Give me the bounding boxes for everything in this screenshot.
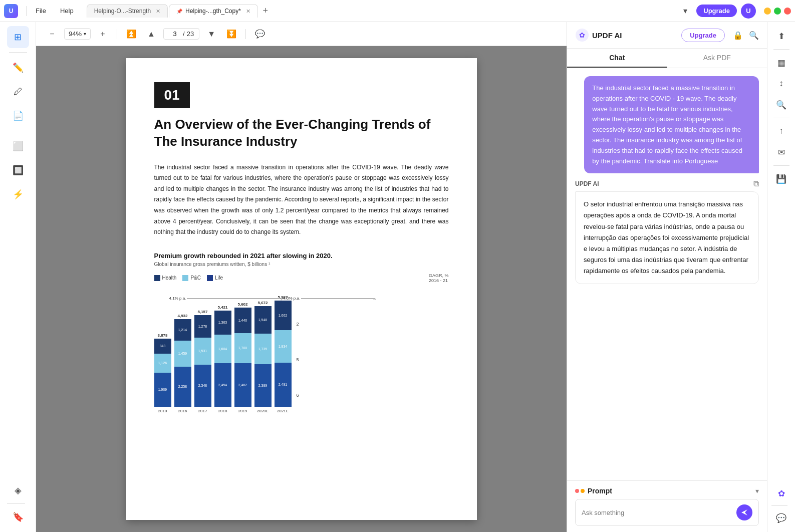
prompt-input[interactable] <box>582 509 732 516</box>
bar-2021e-label: 2021E <box>277 409 289 413</box>
copy-icon[interactable]: ⧉ <box>753 179 759 188</box>
fr-recognize-icon[interactable]: 🔍 <box>771 95 791 115</box>
upgrade-button-title[interactable]: Upgrade <box>696 5 737 17</box>
zoom-in-button[interactable]: + <box>95 26 111 42</box>
zoom-out-button[interactable]: − <box>44 26 60 42</box>
next-page-button[interactable]: ▼ <box>203 26 219 42</box>
main-area: ⊞ ✏️ 🖊 📄 ⬜ 🔲 ⚡ ◈ 🔖 − 94% ▾ + ⏫ ▲ <box>0 22 795 532</box>
legend-pc: P&C <box>182 275 201 281</box>
legend-health-label: Health <box>162 275 177 281</box>
tab-1-close[interactable]: ✕ <box>156 8 160 15</box>
minimize-button[interactable] <box>764 8 771 15</box>
tab-ask-pdf[interactable]: Ask PDF <box>667 49 767 68</box>
fr-upgrade-icon[interactable]: ⬆ <box>771 26 791 46</box>
bar-2016-health: 1,214 <box>174 319 191 341</box>
toolbar-ai-icon[interactable]: ⚡ <box>7 183 29 205</box>
zoom-display[interactable]: 94% ▾ <box>64 28 91 40</box>
gagr-val-1: 2 <box>297 322 299 327</box>
fr-sep-2 <box>773 118 789 118</box>
fr-ai-icon[interactable]: ✿ <box>771 483 791 503</box>
bar-2018: 5,421 1,363 1,604 2,454 2018 <box>214 305 231 413</box>
tab-chat[interactable]: Chat <box>567 49 667 68</box>
gagr-val-2: 5 <box>297 357 299 362</box>
toolbar-bookmark-icon[interactable]: 🔖 <box>7 506 29 528</box>
fr-share-icon[interactable]: ↑ <box>771 121 791 141</box>
lock-icon[interactable]: 🔒 <box>733 31 743 40</box>
dot-red <box>575 489 579 493</box>
first-page-button[interactable]: ⏫ <box>123 26 139 42</box>
tab-2-close[interactable]: ✕ <box>246 8 250 15</box>
toolbar-sep-2 <box>9 131 27 131</box>
bar-2019-total: 5,602 <box>237 302 247 307</box>
bar-2018-total: 5,421 <box>217 305 227 310</box>
prompt-label-area: Prompt <box>575 487 612 495</box>
title-right: ▾ Upgrade U <box>678 4 756 19</box>
gagr-val-3: 6 <box>297 393 299 398</box>
fr-chat-icon[interactable]: 💬 <box>771 508 791 528</box>
tab-1[interactable]: Helping-O...-Strength ✕ <box>87 4 168 18</box>
legend-health-box <box>154 275 160 281</box>
bar-2017-stack: 1,278 1,531 2,348 <box>194 315 211 407</box>
maximize-button[interactable] <box>774 8 781 15</box>
toolbar-pages-icon[interactable]: 📄 <box>7 105 29 127</box>
win-controls <box>764 8 791 15</box>
toolbar-edit-icon[interactable]: ✏️ <box>7 57 29 79</box>
bar-2018-life: 2,454 <box>214 363 231 407</box>
bar-2016-life: 2,258 <box>174 367 191 407</box>
bar-2021e-pc: 1,834 <box>275 330 292 363</box>
legend-pc-box <box>182 275 188 281</box>
toolbar-layers-icon[interactable]: ◈ <box>7 479 29 501</box>
prompt-chevron-icon[interactable]: ▾ <box>755 487 759 495</box>
chat-messages[interactable]: The industrial sector faced a massive tr… <box>567 68 767 480</box>
pdf-content[interactable]: 01 An Overview of the Ever-Changing Tren… <box>36 46 567 532</box>
dot-orange <box>581 489 585 493</box>
toolbar-extract-icon[interactable]: 🔲 <box>7 159 29 181</box>
article-title: An Overview of the Ever-Changing Trends … <box>154 116 449 150</box>
upgrade-button[interactable]: Upgrade <box>681 29 725 42</box>
fr-ocr-icon[interactable]: ▦ <box>771 53 791 73</box>
page-display: / 23 <box>163 28 199 40</box>
prompt-area: Prompt ▾ <box>567 480 767 532</box>
bar-2017: 5,157 1,278 1,531 2,348 2017 <box>194 310 211 413</box>
tab-add[interactable]: + <box>259 5 272 18</box>
legend-life-label: Life <box>215 275 223 281</box>
bar-2016-total: 4,932 <box>177 314 187 318</box>
search-icon[interactable]: 🔍 <box>749 31 759 40</box>
ai-message-1: O setor industrial enfrentou uma transiç… <box>575 191 759 284</box>
bar-2019-pc: 1,700 <box>234 333 251 363</box>
page-input[interactable] <box>169 30 181 38</box>
titlebar-sep <box>26 6 27 16</box>
fr-convert-icon[interactable]: ↕ <box>771 74 791 94</box>
fr-mail-icon[interactable]: ✉ <box>771 142 791 162</box>
toolbar-scan-icon[interactable]: ⬜ <box>7 135 29 157</box>
gagr-column: 2 5 6 <box>297 307 299 413</box>
fr-save-icon[interactable]: 💾 <box>771 169 791 189</box>
bar-2021e-life: 2,491 <box>275 363 292 407</box>
toolbar-annotate-icon[interactable]: 🖊 <box>7 81 29 103</box>
bar-2020e-stack: 1,548 1,735 2,389 <box>254 306 272 407</box>
bar-2017-health: 1,278 <box>194 315 211 338</box>
updf-logo-icon: U <box>4 4 18 18</box>
prompt-input-area <box>575 499 759 526</box>
menu-file[interactable]: File <box>31 5 51 17</box>
tab-2[interactable]: 📌 Helping-...gth_Copy* ✕ <box>169 4 258 18</box>
last-page-button[interactable]: ⏬ <box>223 26 239 42</box>
close-button[interactable] <box>784 8 791 15</box>
bar-2010-stack: 843 1,126 1,909 <box>154 339 171 407</box>
prev-page-button[interactable]: ▲ <box>143 26 159 42</box>
ai-panel-header: ✿ UPDF AI Upgrade 🔒 🔍 <box>567 22 767 49</box>
svg-text:✿: ✿ <box>579 31 585 39</box>
toolbar-sep-1 <box>9 52 27 53</box>
fr-sep-1 <box>773 49 789 50</box>
send-button[interactable] <box>736 504 752 520</box>
pdf-page: 01 An Overview of the Ever-Changing Tren… <box>126 58 477 520</box>
menu-help[interactable]: Help <box>55 5 79 17</box>
left-toolbar: ⊞ ✏️ 🖊 📄 ⬜ 🔲 ⚡ ◈ 🔖 <box>0 22 36 532</box>
tab-dropdown[interactable]: ▾ <box>678 4 692 18</box>
updf-ai-logo: ✿ UPDF AI <box>575 28 622 42</box>
zoom-value: 94% <box>69 30 82 38</box>
toolbar-home-icon[interactable]: ⊞ <box>7 26 29 48</box>
chart-legend: Health P&C Life GAGR, %2016 - 21 <box>154 273 449 283</box>
comment-button[interactable]: 💬 <box>252 26 268 42</box>
toolbar-divider-1 <box>117 29 117 39</box>
